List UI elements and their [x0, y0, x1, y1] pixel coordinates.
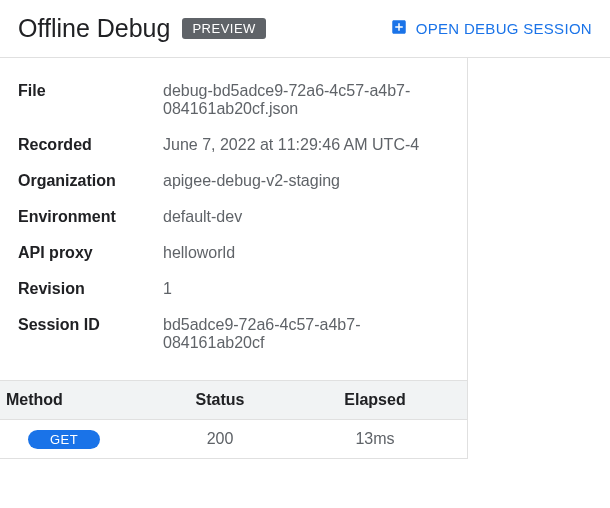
- detail-row-environment: Environment default-dev: [18, 208, 449, 226]
- detail-value: default-dev: [163, 208, 242, 226]
- cell-method: GET: [0, 430, 145, 448]
- detail-label: Session ID: [18, 316, 163, 352]
- detail-row-revision: Revision 1: [18, 280, 449, 298]
- detail-row-organization: Organization apigee-debug-v2-staging: [18, 172, 449, 190]
- detail-value: helloworld: [163, 244, 235, 262]
- page-header: Offline Debug PREVIEW OPEN DEBUG SESSION: [0, 0, 610, 58]
- header-left: Offline Debug PREVIEW: [18, 14, 266, 43]
- detail-value: 1: [163, 280, 172, 298]
- detail-label: Revision: [18, 280, 163, 298]
- column-header-status[interactable]: Status: [145, 391, 295, 409]
- detail-row-recorded: Recorded June 7, 2022 at 11:29:46 AM UTC…: [18, 136, 449, 154]
- column-header-method[interactable]: Method: [0, 391, 145, 409]
- detail-row-file: File debug-bd5adce9-72a6-4c57-a4b7-08416…: [18, 82, 449, 118]
- detail-value: debug-bd5adce9-72a6-4c57-a4b7-084161ab20…: [163, 82, 449, 118]
- detail-value: bd5adce9-72a6-4c57-a4b7-084161ab20cf: [163, 316, 449, 352]
- detail-label: Environment: [18, 208, 163, 226]
- cell-status: 200: [145, 430, 295, 448]
- detail-value: June 7, 2022 at 11:29:46 AM UTC-4: [163, 136, 419, 154]
- open-debug-session-label: OPEN DEBUG SESSION: [416, 20, 592, 37]
- detail-label: API proxy: [18, 244, 163, 262]
- detail-value: apigee-debug-v2-staging: [163, 172, 340, 190]
- detail-label: Organization: [18, 172, 163, 190]
- content-wrapper: File debug-bd5adce9-72a6-4c57-a4b7-08416…: [0, 58, 468, 459]
- detail-label: File: [18, 82, 163, 118]
- plus-box-icon: [390, 18, 408, 39]
- open-debug-session-button[interactable]: OPEN DEBUG SESSION: [390, 18, 592, 39]
- page-title: Offline Debug: [18, 14, 170, 43]
- transactions-table-header: Method Status Elapsed: [0, 380, 467, 420]
- transaction-row[interactable]: GET 200 13ms: [0, 420, 467, 459]
- http-method-badge: GET: [28, 430, 100, 449]
- cell-elapsed: 13ms: [295, 430, 455, 448]
- column-header-elapsed[interactable]: Elapsed: [295, 391, 455, 409]
- detail-row-apiproxy: API proxy helloworld: [18, 244, 449, 262]
- preview-badge: PREVIEW: [182, 18, 265, 39]
- detail-row-sessionid: Session ID bd5adce9-72a6-4c57-a4b7-08416…: [18, 316, 449, 352]
- session-details: File debug-bd5adce9-72a6-4c57-a4b7-08416…: [0, 58, 467, 380]
- detail-label: Recorded: [18, 136, 163, 154]
